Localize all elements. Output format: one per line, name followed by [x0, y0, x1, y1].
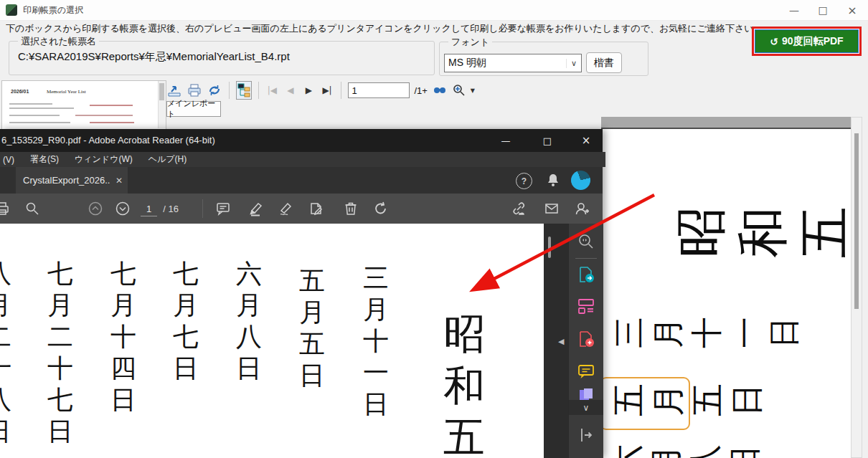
rotate-icon: ↺ [770, 36, 778, 47]
acrobat-content: 八月二十八日七月二十七日七月十四日七月七日六月八日五月五日三月十一日昭和五 ◀ [0, 224, 603, 458]
menu-window[interactable]: ウィンドウ(W) [75, 153, 133, 166]
acrobat-close-button[interactable]: × [570, 130, 603, 151]
rotate-pdf-button[interactable]: ↺ 90度回転PDF [755, 29, 859, 53]
first-page-icon[interactable]: |◀ [265, 82, 280, 99]
app-icon [6, 4, 17, 16]
rotate-pdf-highlight-box: ↺ 90度回転PDF [752, 27, 862, 56]
share-with-others-icon[interactable] [574, 201, 590, 216]
pdf-gutter: ◀ [544, 224, 568, 458]
pdf-text-column: 八月二十八日 [0, 261, 11, 450]
comment-tool-icon[interactable] [577, 362, 595, 381]
font-select-value: MS 明朝 [445, 57, 566, 70]
notifications-bell-icon[interactable] [545, 172, 561, 188]
page-total-label: /1+ [414, 85, 427, 96]
kaisho-button[interactable]: 楷書 [586, 52, 622, 73]
next-page-icon[interactable] [115, 201, 131, 216]
pdf-text-column: 七月二十七日 [47, 261, 73, 450]
search-icon[interactable] [24, 201, 40, 216]
pdf-text-column: 六月八日 [236, 261, 262, 387]
acrobat-minimize-button[interactable]: — [489, 130, 522, 151]
edit-pdf-icon[interactable] [577, 297, 595, 315]
export-icon[interactable] [166, 82, 182, 99]
preview-rotated-text: 昭和五 [676, 206, 861, 258]
main-report-tab[interactable]: メインレポート [166, 101, 221, 117]
chevron-down-icon: ∨ [566, 59, 581, 68]
zoom-icon[interactable] [452, 82, 466, 99]
acrobat-window: 6_153529_R90.pdf - Adobe Acrobat Reader … [0, 129, 603, 458]
create-pdf-icon[interactable] [577, 330, 595, 348]
previous-page-icon[interactable]: ◀ [283, 82, 298, 99]
pdf-text-column: 七月十四日 [110, 261, 136, 419]
screen: 印刷帳票の選択 — □ × 下のボックスから印刷する帳票を選択後、右のプレビュー… [0, 0, 868, 458]
help-icon[interactable]: ? [516, 173, 532, 189]
print-icon[interactable] [0, 201, 10, 216]
share-link-icon[interactable] [511, 201, 527, 216]
stamp-icon[interactable] [308, 201, 324, 216]
acrobat-toolbar: 1/ 16 [0, 194, 603, 224]
document-tab-label: CrystalExport_2026... [16, 175, 110, 186]
thumbnail-title: Memorial Year List [47, 89, 86, 95]
pdf-page: 八月二十八日七月二十七日七月十四日七月七日六月八日五月五日三月十一日昭和五 [0, 224, 544, 458]
sign-icon[interactable] [278, 201, 294, 216]
report-path: C:¥SARA2019S¥Reports¥年忌¥MemorialYearList… [18, 50, 290, 64]
report-name-label: 選択された帳票名 [18, 35, 99, 48]
acrobat-maximize-button[interactable]: □ [531, 130, 564, 151]
pdf-scrollbar-thumb[interactable] [548, 237, 551, 258]
preview-top-band [601, 117, 851, 129]
search-icon[interactable] [432, 82, 448, 99]
preview-page: 昭和五三月十一日五月五日六月八日 [601, 129, 851, 458]
acrobat-titlebar: 6_153529_R90.pdf - Adobe Acrobat Reader … [0, 129, 603, 152]
crystal-toolbar: |◀ ◀ ▶ ▶| 1 /1+ ▼ [166, 80, 475, 100]
acrobat-window-title: 6_153529_R90.pdf - Adobe Acrobat Reader … [1, 135, 215, 145]
report-preview-pane: 昭和五三月十一日五月五日六月八日 [601, 100, 868, 458]
pdf-text-column: 昭和五 [443, 314, 485, 458]
preview-rotated-text: 六月八日 [610, 444, 768, 458]
open-tools-pane-icon[interactable] [577, 426, 595, 444]
font-groupbox: フォント MS 明朝 ∨ 楷書 [439, 42, 648, 76]
previous-page-icon[interactable] [88, 201, 103, 216]
pdf-text-column: 七月七日 [173, 261, 199, 387]
menu-view[interactable]: (V) [3, 155, 14, 165]
pdf-text-column: 五月五日 [299, 268, 325, 394]
instruction-text: 下のボックスから印刷する帳票を選択後、右のプレビュー画面の左上にあるプリンタアイ… [6, 22, 763, 35]
document-tab[interactable]: CrystalExport_2026... ✕ [16, 167, 128, 194]
delete-pages-icon[interactable] [343, 201, 359, 216]
font-select[interactable]: MS 明朝 ∨ [444, 54, 582, 72]
next-page-icon[interactable]: ▶ [302, 82, 316, 99]
refresh-icon[interactable] [207, 82, 222, 99]
maximize-button[interactable]: □ [807, 0, 839, 20]
email-icon[interactable] [544, 201, 560, 216]
thumbnail-scrollbar[interactable] [158, 81, 166, 128]
tools-sidebar: ∨ [568, 224, 603, 458]
menu-sign[interactable]: 署名(S) [30, 153, 59, 166]
account-avatar[interactable] [571, 171, 590, 190]
comment-icon[interactable] [215, 201, 231, 216]
collapse-panel-icon[interactable]: ◀ [558, 337, 564, 346]
acrobat-tabbar: CrystalExport_2026... ✕ ? [0, 167, 603, 194]
search-tools-icon[interactable] [577, 232, 595, 251]
page-indicator[interactable]: 1/ 16 [141, 204, 179, 216]
font-label: フォント [448, 36, 492, 49]
minimize-button[interactable]: — [778, 0, 810, 20]
print-icon[interactable] [187, 82, 202, 99]
close-button[interactable]: × [836, 0, 868, 20]
export-pdf-icon[interactable] [577, 265, 595, 284]
preview-rotated-text: 五月五日 [613, 383, 770, 416]
acrobat-menubar: (V) 署名(S) ウィンドウ(W) ヘルプ(H) [0, 152, 605, 167]
tab-close-icon[interactable]: ✕ [110, 176, 128, 186]
chevron-down-icon: ∨ [583, 403, 590, 413]
report-name-groupbox: 選択された帳票名 C:¥SARA2019S¥Reports¥年忌¥Memoria… [9, 41, 435, 75]
rotate-pages-icon[interactable] [373, 201, 389, 216]
highlight-icon[interactable] [248, 201, 264, 216]
preview-rotated-text: 三月十一日 [614, 317, 808, 348]
group-tree-icon[interactable] [236, 81, 252, 100]
page-number-field[interactable]: 1 [348, 82, 410, 98]
current-page[interactable]: 1 [141, 204, 157, 216]
menu-help[interactable]: ヘルプ(H) [148, 153, 187, 166]
pdf-text-column: 三月十一日 [363, 265, 389, 423]
zoom-dropdown-caret[interactable]: ▼ [471, 87, 475, 94]
last-page-icon[interactable]: ▶| [320, 82, 334, 99]
sidebar-expand-strip[interactable]: ∨ [569, 400, 603, 415]
preview-scrollbar[interactable] [851, 117, 862, 458]
total-pages: / 16 [163, 204, 179, 214]
